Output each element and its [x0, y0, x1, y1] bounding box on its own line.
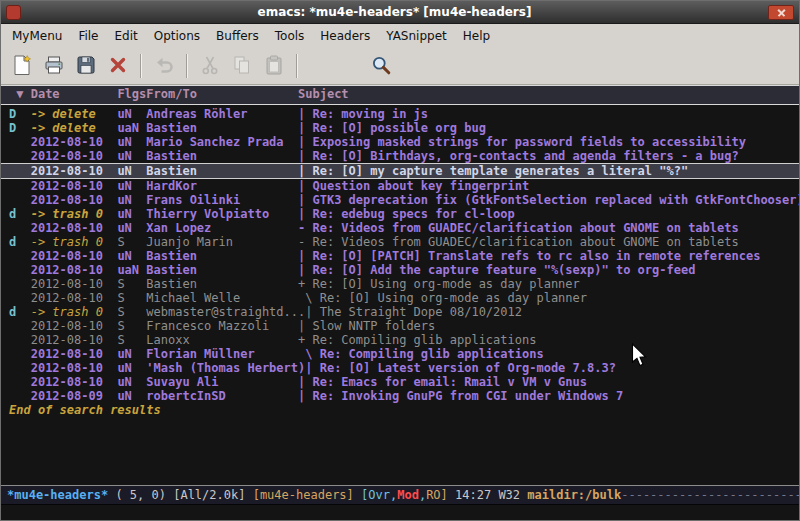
- message-row[interactable]: d -> trash 0 uN Thierry Volpiatto | Re: …: [1, 207, 799, 221]
- menu-help[interactable]: Help: [455, 26, 498, 46]
- thread-separator: |: [298, 193, 312, 207]
- subject-cell: Re: [O] my capture template generates a …: [312, 164, 688, 178]
- date-cell: 2012-08-09: [31, 389, 118, 403]
- message-row[interactable]: 2012-08-10 uN 'Mash (Thomas Herbert)| Re…: [1, 361, 799, 375]
- mode-line-segment: RO]: [426, 488, 448, 502]
- flags-cell: uN: [117, 107, 146, 121]
- message-row[interactable]: 2012-08-10 uN Suvayu Ali | Re: Emacs for…: [1, 375, 799, 389]
- message-row[interactable]: D -> delete uN Andreas Röhler | Re: movi…: [1, 107, 799, 121]
- mode-line-segment: Mod: [397, 488, 419, 502]
- toolbar: [1, 48, 799, 85]
- toolbar-print-button[interactable]: [39, 51, 69, 81]
- mark-cell: [9, 249, 31, 263]
- message-row[interactable]: d -> trash 0 S webmaster@straightd...| T…: [1, 305, 799, 319]
- menu-yasnippet[interactable]: YASnippet: [378, 26, 455, 46]
- thread-separator: |: [305, 305, 319, 319]
- toolbar-copy-button: [227, 51, 257, 81]
- subject-cell: Re: [O] Add the capture feature "%(sexp)…: [312, 263, 695, 277]
- from-cell: Bastien: [146, 164, 298, 178]
- sort-direction-icon[interactable]: ▼: [9, 87, 31, 101]
- mark-cell: [9, 277, 31, 291]
- thread-separator: |: [298, 389, 312, 403]
- mark-cell: [9, 361, 31, 375]
- echo-area-minibuffer[interactable]: [1, 505, 799, 520]
- menu-file[interactable]: File: [70, 26, 106, 46]
- message-row[interactable]: 2012-08-10 uN HardKor | Question about k…: [1, 179, 799, 193]
- menu-headers[interactable]: Headers: [312, 26, 378, 46]
- message-list: D -> delete uN Andreas Röhler | Re: movi…: [1, 107, 799, 403]
- message-row[interactable]: 2012-08-10 S Michael Welle \ Re: [O] Usi…: [1, 291, 799, 305]
- copy-icon: [231, 54, 253, 79]
- from-cell: 'Mash (Thomas Herbert): [146, 361, 305, 375]
- mark-cell: [9, 347, 31, 361]
- toolbar-close-button[interactable]: [103, 51, 133, 81]
- message-row[interactable]: 2012-08-10 uN Xan Lopez - Re: Videos fro…: [1, 221, 799, 235]
- message-row[interactable]: D -> delete uaN Bastien | Re: [O] possib…: [1, 121, 799, 135]
- subject-cell: Re: Compiling glib applications: [312, 333, 536, 347]
- menu-tools[interactable]: Tools: [267, 26, 313, 46]
- title-bar[interactable]: emacs: *mu4e-headers* [mu4e-headers]: [1, 1, 799, 24]
- message-row[interactable]: d -> trash 0 S Juanjo Marin - Re: Videos…: [1, 235, 799, 249]
- message-row[interactable]: 2012-08-10 uN Bastien | Re: [O] Birthday…: [1, 149, 799, 163]
- message-row[interactable]: 2012-08-10 S Bastien + Re: [O] Using org…: [1, 277, 799, 291]
- from-cell: Juanjo Marin: [146, 235, 298, 249]
- message-row[interactable]: 2012-08-10 S Lanoxx + Re: Compiling glib…: [1, 333, 799, 347]
- from-cell: Bastien: [146, 277, 298, 291]
- message-row[interactable]: 2012-08-10 uN Frans Oilinki | GTK3 depre…: [1, 193, 799, 207]
- mark-target-cell: -> trash 0: [31, 235, 118, 249]
- mark-cell: [9, 333, 31, 347]
- date-cell: 2012-08-10: [31, 319, 118, 333]
- thread-separator: |: [298, 263, 312, 277]
- subject-cell: Slow NNTP folders: [312, 319, 435, 333]
- menu-edit[interactable]: Edit: [107, 26, 146, 46]
- window-close-button[interactable]: [768, 5, 794, 20]
- subject-cell: Re: [O] Using org-mode as day planner: [312, 277, 579, 291]
- date-cell: 2012-08-10: [31, 263, 118, 277]
- flags-cell: uN: [117, 249, 146, 263]
- thread-separator: |: [298, 207, 312, 221]
- date-cell: 2012-08-10: [31, 193, 118, 207]
- message-row[interactable]: 2012-08-10 uN Florian Müllner \ Re: Comp…: [1, 347, 799, 361]
- mark-cell: [9, 193, 31, 207]
- toolbar-new-file-button[interactable]: [7, 51, 37, 81]
- header-subject[interactable]: Subject: [298, 87, 349, 101]
- from-cell: Andreas Röhler: [146, 107, 298, 121]
- menu-options[interactable]: Options: [146, 26, 208, 46]
- mark-cell: [9, 221, 31, 235]
- from-cell: Frans Oilinki: [146, 193, 298, 207]
- flags-cell: uN: [117, 164, 146, 178]
- date-cell: 2012-08-10: [31, 149, 118, 163]
- flags-cell: uN: [117, 389, 146, 403]
- flags-cell: uaN: [117, 121, 146, 135]
- from-cell: webmaster@straightd...: [146, 305, 305, 319]
- menu-buffers[interactable]: Buffers: [208, 26, 267, 46]
- mode-line[interactable]: *mu4e-headers* ( 5, 0) [All/2.0k] [mu4e-…: [1, 485, 799, 505]
- thread-separator: |: [298, 375, 312, 389]
- message-row[interactable]: 2012-08-10 uN Mario Sanchez Prada | Expo…: [1, 135, 799, 149]
- mode-line-segment: 14:27: [448, 488, 499, 502]
- message-row[interactable]: 2012-08-10 uaN Bastien | Re: [O] Add the…: [1, 263, 799, 277]
- emacs-frame: ▼ Date FlgsFrom/To Subject D -> delete u…: [1, 85, 799, 520]
- mark-target-cell: -> delete: [31, 121, 118, 135]
- menu-mymenu[interactable]: MyMenu: [4, 26, 70, 46]
- cut-icon: [199, 54, 221, 79]
- header-flags[interactable]: Flgs: [117, 87, 146, 101]
- date-cell: 2012-08-10: [31, 164, 118, 178]
- message-row[interactable]: 2012-08-09 uN robertcInSD | Re: Invoking…: [1, 389, 799, 403]
- from-cell: Bastien: [146, 149, 298, 163]
- message-row[interactable]: 2012-08-10 uN Bastien | Re: [O] [PATCH] …: [1, 249, 799, 263]
- message-row[interactable]: 2012-08-10 S Francesco Mazzoli | Slow NN…: [1, 319, 799, 333]
- toolbar-search-button[interactable]: [366, 51, 396, 81]
- header-date[interactable]: Date: [31, 87, 118, 101]
- from-cell: Mario Sanchez Prada: [146, 135, 298, 149]
- flags-cell: uN: [117, 221, 146, 235]
- from-cell: Bastien: [146, 249, 298, 263]
- message-row[interactable]: 2012-08-10 uN Bastien | Re: [O] my captu…: [1, 163, 799, 179]
- mark-cell: [9, 375, 31, 389]
- mark-cell: [9, 263, 31, 277]
- header-from[interactable]: From/To: [146, 87, 298, 101]
- headers-buffer[interactable]: D -> delete uN Andreas Röhler | Re: movi…: [1, 105, 799, 485]
- thread-separator: +: [298, 277, 312, 291]
- toolbar-save-button[interactable]: [71, 51, 101, 81]
- flags-cell: S: [117, 319, 146, 333]
